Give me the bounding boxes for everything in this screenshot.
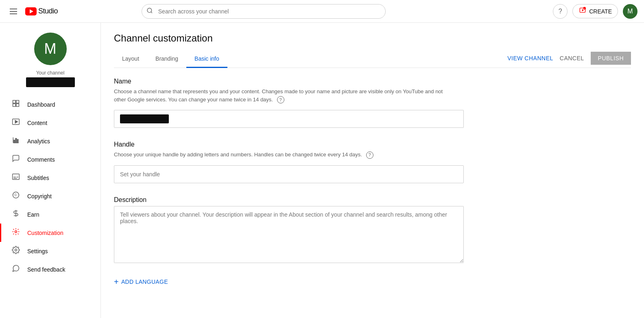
search-bar [142, 4, 386, 19]
svg-rect-11 [16, 104, 19, 107]
analytics-icon [11, 136, 21, 146]
your-channel-label: Your channel [36, 70, 65, 76]
help-button[interactable]: ? [553, 4, 568, 19]
svg-text:©: © [14, 193, 17, 197]
name-input-wrapper[interactable] [114, 110, 464, 128]
name-redacted-value [120, 114, 169, 123]
hamburger-menu[interactable] [7, 5, 20, 18]
search-input[interactable] [142, 4, 386, 19]
svg-rect-8 [13, 101, 16, 103]
svg-text:+: + [584, 8, 585, 10]
logo[interactable]: Studio [25, 7, 58, 15]
sidebar-channel-avatar[interactable]: M [34, 33, 67, 65]
publish-button[interactable]: PUBLISH [591, 52, 631, 65]
cancel-button[interactable]: CANCEL [560, 55, 584, 61]
main-content: Channel customization Layout Branding Ba… [101, 23, 644, 318]
handle-title: Handle [114, 141, 631, 148]
description-section: Description [114, 196, 631, 264]
create-label: CREATE [589, 8, 612, 15]
sidebar-item-earn[interactable]: Earn [0, 205, 100, 224]
sidebar-item-comments[interactable]: Comments [0, 150, 100, 169]
svg-rect-9 [16, 101, 19, 103]
handle-description: Choose your unique handle by adding lett… [114, 151, 448, 159]
sidebar-item-settings[interactable]: Settings [0, 242, 100, 260]
svg-point-27 [15, 249, 17, 251]
sidebar-item-subtitles[interactable]: Subtitles [0, 169, 100, 187]
comments-icon [11, 154, 21, 164]
sidebar-label-customization: Customization [27, 230, 63, 236]
create-button[interactable]: + CREATE [572, 4, 618, 18]
description-title: Description [114, 196, 631, 204]
feedback-icon [11, 264, 21, 274]
customization-icon [11, 228, 21, 238]
sidebar-item-customization[interactable]: Customization [0, 224, 100, 242]
description-textarea[interactable] [114, 206, 464, 263]
sidebar-label-settings: Settings [27, 248, 48, 254]
svg-rect-10 [13, 104, 16, 107]
sidebar-item-send-feedback[interactable]: Send feedback [0, 260, 100, 279]
tabs-left: Layout Branding Basic info [114, 50, 227, 68]
sidebar-item-analytics[interactable]: Analytics [0, 132, 100, 150]
sidebar-label-earn: Earn [27, 211, 39, 218]
name-section: Name Choose a channel name that represen… [114, 78, 631, 128]
sidebar-label-dashboard: Dashboard [27, 101, 55, 108]
subtitles-icon [11, 173, 21, 183]
tabs-bar: Layout Branding Basic info VIEW CHANNEL … [114, 50, 631, 68]
help-icon: ? [559, 8, 562, 15]
create-icon: + [579, 7, 587, 15]
sidebar-item-dashboard[interactable]: Dashboard [0, 95, 100, 114]
handle-input[interactable] [114, 165, 464, 183]
channel-name-redacted [26, 77, 75, 87]
add-language-plus-icon: + [114, 277, 119, 287]
svg-line-3 [151, 12, 152, 13]
sidebar-label-analytics: Analytics [27, 138, 50, 145]
copyright-icon: © [11, 191, 21, 201]
settings-icon [11, 246, 21, 256]
handle-section: Handle Choose your unique handle by addi… [114, 141, 631, 183]
sidebar-label-send-feedback: Send feedback [27, 266, 65, 273]
sidebar-item-copyright[interactable]: © Copyright [0, 187, 100, 205]
svg-rect-18 [17, 139, 18, 143]
content-icon [11, 118, 21, 128]
name-title: Name [114, 78, 631, 85]
dashboard-icon [11, 99, 21, 110]
sidebar: M Your channel Dashboard [0, 23, 101, 318]
svg-point-26 [15, 231, 17, 233]
handle-help-icon[interactable]: ? [366, 151, 373, 159]
top-nav: Studio ? + CREATE M [0, 0, 644, 23]
tab-basic-info[interactable]: Basic info [186, 50, 227, 68]
earn-icon [11, 209, 21, 219]
name-help-icon[interactable]: ? [277, 96, 284, 103]
svg-marker-13 [15, 121, 17, 123]
add-language-label: ADD LANGUAGE [121, 279, 168, 285]
sidebar-label-copyright: Copyright [27, 193, 52, 200]
add-language-button[interactable]: + ADD LANGUAGE [114, 277, 168, 287]
logo-text: Studio [38, 7, 58, 15]
sidebar-nav: Dashboard Content [0, 95, 100, 279]
svg-point-2 [147, 8, 152, 13]
sidebar-label-subtitles: Subtitles [27, 175, 49, 181]
tabs-actions: VIEW CHANNEL CANCEL PUBLISH [507, 52, 631, 66]
sidebar-label-comments: Comments [27, 156, 55, 163]
page-title: Channel customization [114, 33, 631, 44]
sidebar-item-content[interactable]: Content [0, 114, 100, 132]
user-avatar[interactable]: M [623, 4, 637, 19]
tab-layout[interactable]: Layout [114, 50, 147, 68]
name-description: Choose a channel name that represents yo… [114, 88, 448, 103]
svg-rect-16 [14, 140, 15, 143]
svg-rect-17 [15, 138, 17, 143]
tab-branding[interactable]: Branding [147, 50, 186, 68]
sidebar-label-content: Content [27, 120, 47, 126]
view-channel-button[interactable]: VIEW CHANNEL [507, 55, 553, 61]
search-icon [146, 7, 153, 15]
